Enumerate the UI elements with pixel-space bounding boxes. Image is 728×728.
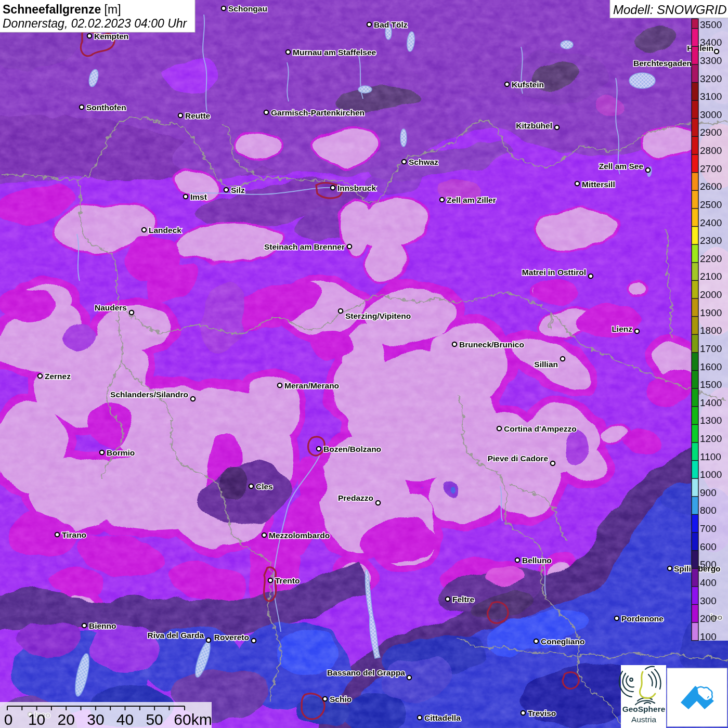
svg-text:500: 500: [700, 559, 717, 570]
svg-text:3300: 3300: [700, 55, 722, 66]
svg-text:1100: 1100: [700, 451, 721, 462]
svg-text:Steinach am Brenner: Steinach am Brenner: [264, 242, 345, 251]
svg-text:600: 600: [700, 541, 717, 552]
svg-text:Cortina d'Ampezzo: Cortina d'Ampezzo: [504, 424, 577, 433]
svg-text:Nauders: Nauders: [95, 303, 127, 312]
svg-text:3000: 3000: [700, 109, 722, 120]
svg-text:Schwaz: Schwaz: [409, 158, 438, 166]
svg-text:Treviso: Treviso: [528, 709, 556, 718]
svg-text:GeoSphere: GeoSphere: [622, 705, 666, 713]
svg-text:Silz: Silz: [231, 186, 245, 194]
svg-text:1400: 1400: [700, 397, 722, 408]
svg-text:Zernez: Zernez: [45, 372, 71, 381]
svg-text:40: 40: [116, 711, 134, 728]
svg-text:Sterzing/Vipiteno: Sterzing/Vipiteno: [345, 311, 411, 320]
svg-text:2300: 2300: [700, 235, 722, 246]
svg-text:3200: 3200: [700, 73, 722, 84]
svg-text:Schlanders/Silandro: Schlanders/Silandro: [110, 390, 188, 399]
svg-text:Cittadella: Cittadella: [424, 713, 461, 722]
svg-text:Trento: Trento: [275, 576, 300, 585]
svg-text:1800: 1800: [700, 325, 722, 336]
svg-text:Belluno: Belluno: [522, 556, 552, 565]
svg-text:Sonthofen: Sonthofen: [86, 103, 126, 112]
svg-text:Conegliano: Conegliano: [541, 637, 584, 646]
svg-text:Modell: SNOWGRID: Modell: SNOWGRID: [613, 3, 727, 17]
svg-text:60km: 60km: [174, 711, 212, 728]
svg-text:1200: 1200: [700, 433, 722, 444]
svg-text:800: 800: [700, 505, 717, 516]
svg-text:Berchtesgaden: Berchtesgaden: [633, 59, 692, 68]
svg-text:1000: 1000: [700, 469, 722, 480]
svg-text:Matrei in Osttirol: Matrei in Osttirol: [522, 268, 586, 277]
svg-text:30: 30: [87, 711, 104, 728]
svg-text:Garmisch-Partenkirchen: Garmisch-Partenkirchen: [271, 108, 365, 117]
svg-text:2900: 2900: [700, 127, 722, 138]
svg-text:Rovereto: Rovereto: [214, 633, 249, 642]
svg-text:2200: 2200: [700, 253, 722, 264]
svg-text:Bienno: Bienno: [89, 621, 116, 630]
svg-text:Bassano del Grappa: Bassano del Grappa: [327, 668, 405, 677]
svg-text:Sillian: Sillian: [534, 360, 558, 369]
svg-text:Predazzo: Predazzo: [338, 493, 373, 502]
svg-text:Landeck: Landeck: [149, 226, 181, 235]
svg-text:Pieve di Cadore: Pieve di Cadore: [488, 454, 549, 463]
svg-text:3500: 3500: [700, 19, 722, 30]
svg-text:900: 900: [700, 487, 717, 498]
svg-text:Lienz: Lienz: [612, 324, 632, 333]
svg-text:Kufstein: Kufstein: [512, 80, 544, 89]
svg-text:Schongau: Schongau: [228, 4, 267, 13]
svg-text:Zell am Ziller: Zell am Ziller: [447, 196, 496, 204]
svg-text:Kitzbühel: Kitzbühel: [516, 121, 552, 130]
svg-text:Pordenone: Pordenone: [621, 614, 664, 623]
svg-text:100: 100: [700, 631, 717, 642]
svg-text:Cles: Cles: [256, 482, 273, 491]
svg-text:1600: 1600: [700, 361, 722, 372]
svg-text:Mittersill: Mittersill: [582, 180, 615, 189]
svg-text:1700: 1700: [700, 343, 722, 354]
svg-text:700: 700: [700, 523, 717, 534]
svg-text:Schneefallgrenze [m]: Schneefallgrenze [m]: [3, 3, 121, 16]
svg-text:2000: 2000: [700, 289, 722, 300]
svg-text:300: 300: [700, 595, 717, 606]
svg-text:Bozen/Bolzano: Bozen/Bolzano: [323, 445, 381, 453]
svg-text:2500: 2500: [700, 199, 722, 210]
svg-text:20: 20: [58, 711, 75, 728]
svg-text:400: 400: [700, 577, 717, 588]
svg-text:200: 200: [700, 613, 717, 624]
svg-text:1300: 1300: [700, 415, 722, 426]
svg-text:Mezzolombardo: Mezzolombardo: [269, 531, 330, 540]
svg-text:0: 0: [4, 711, 13, 728]
svg-text:Schio: Schio: [330, 695, 352, 704]
svg-text:2600: 2600: [700, 181, 722, 192]
svg-text:Bad Tölz: Bad Tölz: [374, 20, 408, 29]
svg-text:3100: 3100: [700, 91, 722, 102]
svg-text:Kempten: Kempten: [94, 32, 128, 41]
svg-text:Bruneck/Brunico: Bruneck/Brunico: [459, 340, 524, 349]
svg-text:Innsbruck: Innsbruck: [337, 184, 376, 192]
svg-text:1900: 1900: [700, 307, 722, 318]
svg-text:Riva del Garda: Riva del Garda: [147, 631, 204, 640]
svg-text:Bormio: Bormio: [107, 448, 135, 457]
svg-text:2800: 2800: [700, 145, 722, 156]
svg-text:Reutte: Reutte: [185, 111, 211, 120]
svg-text:Austria: Austria: [631, 715, 657, 724]
svg-text:2700: 2700: [700, 163, 722, 174]
svg-text:1500: 1500: [700, 379, 722, 390]
svg-text:Meran/Merano: Meran/Merano: [284, 381, 339, 390]
svg-text:2400: 2400: [700, 217, 722, 228]
svg-text:10: 10: [28, 711, 45, 728]
svg-text:Zell am See: Zell am See: [599, 162, 644, 171]
svg-text:Imst: Imst: [190, 192, 207, 201]
svg-text:2100: 2100: [700, 271, 722, 282]
svg-text:Tirano: Tirano: [62, 530, 86, 539]
svg-text:3400: 3400: [700, 37, 722, 48]
svg-text:Murnau am Staffelsee: Murnau am Staffelsee: [293, 48, 376, 57]
svg-text:Feltre: Feltre: [452, 595, 475, 604]
svg-text:Donnerstag, 02.02.2023 04:00 U: Donnerstag, 02.02.2023 04:00 Uhr: [3, 17, 188, 30]
svg-text:50: 50: [146, 711, 163, 728]
